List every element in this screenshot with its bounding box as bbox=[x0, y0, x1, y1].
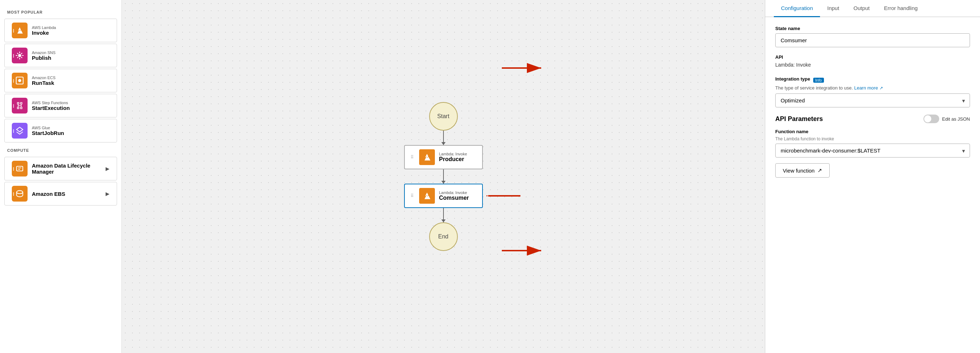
learn-more-link[interactable]: Learn more bbox=[854, 85, 878, 91]
api-parameters-section: API Parameters Edit as JSON Function nam… bbox=[775, 114, 970, 178]
comsumer-node-type: Lambda: Invoke bbox=[439, 191, 469, 195]
ecs-icon bbox=[12, 73, 27, 88]
view-function-label: View function bbox=[783, 167, 815, 173]
function-name-select[interactable]: microbenchmark-dev-consumer:$LATEST micr… bbox=[775, 143, 970, 157]
service-sub-label: AWS Step Functions bbox=[32, 100, 110, 105]
expand-arrow-icon: ▶ bbox=[106, 191, 110, 197]
service-sub-label: Amazon ECS bbox=[32, 76, 110, 80]
function-name-label: Function name bbox=[775, 129, 970, 134]
dlm-icon bbox=[12, 161, 27, 176]
producer-node-wrapper: ⠿ Lambda: Invoke Producer bbox=[404, 145, 483, 169]
producer-node[interactable]: ⠿ Lambda: Invoke Producer bbox=[404, 145, 483, 169]
ebs-icon bbox=[12, 186, 27, 202]
sidebar-item-lambda-invoke[interactable]: AWS Lambda Invoke bbox=[4, 19, 117, 42]
svg-point-0 bbox=[18, 54, 21, 57]
edit-as-json-toggle-container: Edit as JSON bbox=[923, 114, 970, 123]
integration-type-description: The type of service integration to use. … bbox=[775, 85, 970, 91]
external-link-icon: ↗ bbox=[818, 167, 822, 173]
producer-lambda-icon bbox=[419, 149, 435, 165]
edit-as-json-label: Edit as JSON bbox=[942, 116, 970, 122]
sidebar-item-ebs[interactable]: Amazon EBS ▶ bbox=[4, 182, 117, 205]
service-main-label: RunTask bbox=[32, 80, 110, 86]
glue-icon bbox=[12, 123, 27, 138]
service-main-label: StartExecution bbox=[32, 105, 110, 111]
producer-node-name: Producer bbox=[439, 156, 467, 162]
red-arrow-to-function-name bbox=[500, 243, 543, 258]
configuration-panel: Configuration Input Output Error handlin… bbox=[765, 0, 980, 353]
service-sub-label: Amazon SNS bbox=[32, 51, 110, 55]
state-name-label: State name bbox=[775, 26, 970, 31]
integration-type-select-wrapper: Optimized Request Response Wait for Call… bbox=[775, 94, 970, 107]
expand-arrow-icon: ▶ bbox=[106, 166, 110, 172]
connector-2 bbox=[443, 169, 444, 184]
service-sub-label: AWS Glue bbox=[32, 126, 110, 130]
service-main-label: Amazon Data Lifecycle Manager bbox=[32, 162, 101, 175]
function-name-select-wrapper: microbenchmark-dev-consumer:$LATEST micr… bbox=[775, 143, 970, 157]
producer-node-type: Lambda: Invoke bbox=[439, 152, 467, 156]
panel-tabs: Configuration Input Output Error handlin… bbox=[765, 0, 980, 17]
function-name-description: The Lambda function to invoke bbox=[775, 137, 970, 142]
external-link-icon: ↗ bbox=[880, 86, 883, 91]
api-parameters-title: API Parameters bbox=[775, 115, 823, 123]
red-arrow-pointing-to-comsumer bbox=[487, 189, 522, 203]
api-field: API Lambda: Invoke bbox=[775, 54, 970, 69]
connector-3 bbox=[443, 208, 444, 222]
tab-configuration[interactable]: Configuration bbox=[774, 0, 820, 17]
integration-type-field: Integration type Info The type of servic… bbox=[775, 76, 970, 107]
sidebar-item-sns-publish[interactable]: Amazon SNS Publish bbox=[4, 44, 117, 67]
api-label: API bbox=[775, 54, 970, 60]
comsumer-node-wrapper: ⠿ Lambda: Invoke Comsumer bbox=[404, 184, 483, 208]
edit-as-json-toggle[interactable] bbox=[923, 114, 939, 123]
api-value: Lambda: Invoke bbox=[775, 62, 970, 68]
svg-point-4 bbox=[16, 191, 22, 194]
tab-input[interactable]: Input bbox=[820, 0, 846, 17]
red-arrow-to-state-name bbox=[500, 61, 543, 75]
integration-type-info-badge[interactable]: Info bbox=[813, 78, 824, 83]
svg-point-2 bbox=[18, 79, 21, 82]
tab-error-handling[interactable]: Error handling bbox=[877, 0, 925, 17]
service-main-label: Invoke bbox=[32, 30, 110, 36]
sidebar-item-ecs-runtask[interactable]: Amazon ECS RunTask bbox=[4, 69, 117, 92]
connector-1 bbox=[443, 131, 444, 145]
state-name-input[interactable] bbox=[775, 33, 970, 47]
sidebar-section-compute: COMPUTE bbox=[0, 148, 121, 155]
service-sub-label: AWS Lambda bbox=[32, 25, 110, 30]
integration-type-label: Integration type bbox=[775, 76, 810, 82]
end-node[interactable]: End bbox=[429, 222, 458, 251]
function-name-field: Function name The Lambda function to inv… bbox=[775, 129, 970, 157]
service-main-label: Amazon EBS bbox=[32, 191, 101, 197]
flow-diagram: Start ⠿ Lambda: Invoke Producer bbox=[404, 102, 483, 251]
integration-type-select[interactable]: Optimized Request Response Wait for Call… bbox=[775, 94, 970, 107]
state-name-field: State name bbox=[775, 26, 970, 47]
comsumer-node[interactable]: ⠿ Lambda: Invoke Comsumer bbox=[404, 184, 483, 208]
sidebar-section-most-popular: MOST POPULAR bbox=[0, 10, 121, 17]
toggle-knob bbox=[924, 115, 931, 122]
drag-handle-icon: ⠿ bbox=[410, 155, 414, 160]
start-node[interactable]: Start bbox=[429, 102, 458, 131]
drag-handle-icon: ⠿ bbox=[410, 193, 414, 198]
service-main-label: StartJobRun bbox=[32, 130, 110, 136]
service-main-label: Publish bbox=[32, 55, 110, 61]
tab-output[interactable]: Output bbox=[846, 0, 877, 17]
comsumer-lambda-icon bbox=[419, 188, 435, 204]
svg-rect-3 bbox=[16, 167, 22, 171]
lambda-icon bbox=[12, 22, 27, 38]
view-function-button[interactable]: View function ↗ bbox=[775, 163, 830, 178]
sidebar-item-stepfunctions-start[interactable]: AWS Step Functions StartExecution bbox=[4, 94, 117, 118]
flow-canvas[interactable]: Start ⠿ Lambda: Invoke Producer bbox=[122, 0, 765, 353]
comsumer-node-name: Comsumer bbox=[439, 195, 469, 201]
panel-body: State name API Lambda: Invoke Integratio… bbox=[765, 17, 980, 186]
sidebar-item-glue-startjobrun[interactable]: AWS Glue StartJobRun bbox=[4, 119, 117, 143]
sidebar: MOST POPULAR AWS Lambda Invoke Amazon SN… bbox=[0, 0, 122, 353]
sns-icon bbox=[12, 48, 27, 64]
stepfunctions-icon bbox=[12, 98, 27, 113]
sidebar-item-dlm[interactable]: Amazon Data Lifecycle Manager ▶ bbox=[4, 157, 117, 180]
